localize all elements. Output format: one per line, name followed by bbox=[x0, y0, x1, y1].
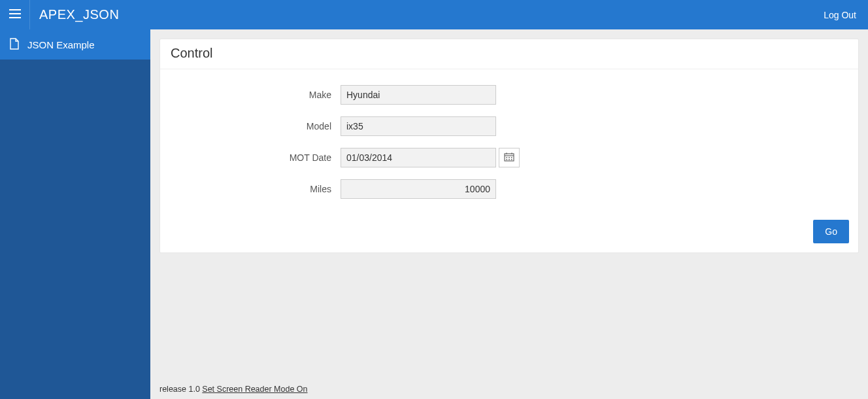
mot-date-row: MOT Date bbox=[171, 148, 848, 167]
sidebar-item-label: JSON Example bbox=[27, 39, 95, 50]
main-content: Control Make Model MOT Date bbox=[150, 29, 868, 399]
svg-rect-7 bbox=[511, 157, 512, 158]
page-icon bbox=[9, 38, 20, 52]
sidebar: JSON Example bbox=[0, 29, 150, 399]
svg-rect-9 bbox=[509, 159, 510, 160]
svg-rect-8 bbox=[507, 159, 508, 160]
footer-note: release 1.0 Set Screen Reader Mode On bbox=[159, 385, 308, 394]
date-picker-button[interactable] bbox=[499, 148, 520, 167]
miles-row: Miles bbox=[171, 179, 848, 199]
miles-label: Miles bbox=[171, 184, 341, 194]
svg-rect-5 bbox=[507, 157, 508, 158]
model-label: Model bbox=[171, 121, 341, 131]
model-row: Model bbox=[171, 116, 848, 136]
svg-rect-6 bbox=[509, 157, 510, 158]
make-row: Make bbox=[171, 85, 848, 105]
release-text: release 1.0 bbox=[159, 385, 202, 394]
calendar-icon bbox=[504, 152, 514, 164]
go-button[interactable]: Go bbox=[813, 220, 849, 243]
top-bar: APEX_JSON Log Out bbox=[0, 0, 868, 29]
svg-rect-1 bbox=[9, 13, 21, 14]
model-input[interactable] bbox=[341, 116, 496, 136]
region-title: Control bbox=[160, 39, 858, 69]
make-input[interactable] bbox=[341, 85, 496, 105]
svg-rect-2 bbox=[9, 17, 21, 18]
screen-reader-link[interactable]: Set Screen Reader Mode On bbox=[202, 385, 307, 394]
control-region: Control Make Model MOT Date bbox=[159, 39, 859, 253]
make-label: Make bbox=[171, 90, 341, 100]
mot-date-input[interactable] bbox=[341, 148, 496, 167]
svg-rect-10 bbox=[511, 159, 512, 160]
miles-input[interactable] bbox=[341, 179, 496, 199]
svg-rect-0 bbox=[9, 9, 21, 10]
app-title: APEX_JSON bbox=[30, 7, 119, 22]
menu-toggle-button[interactable] bbox=[0, 0, 30, 29]
mot-date-label: MOT Date bbox=[171, 152, 341, 163]
logout-link[interactable]: Log Out bbox=[824, 10, 868, 20]
hamburger-icon bbox=[9, 9, 21, 20]
sidebar-item-json-example[interactable]: JSON Example bbox=[0, 29, 150, 60]
